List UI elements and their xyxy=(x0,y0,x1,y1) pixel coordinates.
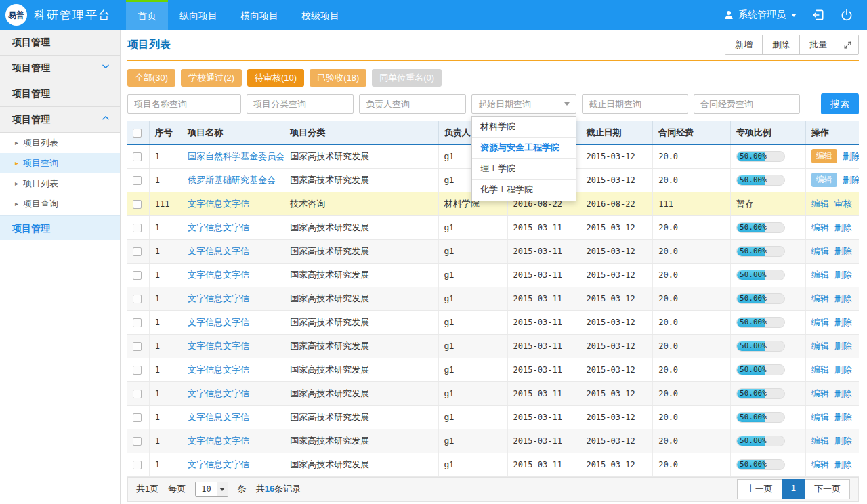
row-actions: 编辑删除 xyxy=(811,245,853,257)
delete-link[interactable]: 删除 xyxy=(843,174,859,186)
expand-icon[interactable] xyxy=(837,35,858,54)
edit-button[interactable]: 编辑 xyxy=(811,173,837,187)
edit-link[interactable]: 编辑 xyxy=(811,293,829,305)
exit-icon[interactable] xyxy=(811,8,825,22)
edit-link[interactable]: 编辑 xyxy=(811,316,829,329)
edit-link[interactable]: 编辑 xyxy=(811,245,829,257)
delete-link[interactable]: 删除 xyxy=(834,269,852,281)
filter-tab[interactable]: 已验收(18) xyxy=(310,69,366,87)
page-size-select[interactable]: 10 xyxy=(195,482,228,497)
row-checkbox[interactable] xyxy=(133,437,142,446)
project-name-link[interactable]: 文字信息文字信 xyxy=(188,436,249,446)
row-checkbox[interactable] xyxy=(133,413,142,422)
project-name-link[interactable]: 文字信息文字信 xyxy=(188,412,249,422)
dropdown-option[interactable]: 材料学院 xyxy=(472,117,576,138)
search-input[interactable] xyxy=(127,94,241,114)
project-name-link[interactable]: 文字信息文字信 xyxy=(188,270,249,280)
nav-tab[interactable]: 纵向项目 xyxy=(168,0,229,30)
nav-tab[interactable]: 首页 xyxy=(126,0,168,30)
search-button[interactable]: 搜索 xyxy=(821,93,859,114)
project-name-link[interactable]: 文字信息文字信 xyxy=(188,222,249,232)
search-input[interactable] xyxy=(359,94,466,114)
select-all-checkbox[interactable] xyxy=(133,129,142,138)
dropdown-option[interactable]: 理工学院 xyxy=(472,159,576,180)
sidebar-subitem[interactable]: ▸项目查询 xyxy=(0,194,120,214)
cell-end-date: 2015-03-12 xyxy=(580,263,653,287)
edit-link[interactable]: 编辑 xyxy=(811,198,829,210)
row-checkbox[interactable] xyxy=(133,461,142,469)
project-name-link[interactable]: 文字信息文字信 xyxy=(188,293,249,303)
project-name-link[interactable]: 国家自然科学基金委员会 xyxy=(188,151,284,161)
delete-link[interactable]: 删除 xyxy=(834,364,852,376)
cell-ratio: 50.00% xyxy=(731,168,806,192)
delete-link[interactable]: 删除 xyxy=(834,222,852,234)
toolbar-button[interactable]: 删除 xyxy=(763,35,800,54)
nav-tab[interactable]: 校级项目 xyxy=(290,0,351,30)
project-name-link[interactable]: 文字信息文字信 xyxy=(188,341,249,351)
project-name-link[interactable]: 文字信息文字信 xyxy=(188,246,249,256)
row-checkbox[interactable] xyxy=(133,152,142,161)
row-checkbox[interactable] xyxy=(133,247,142,256)
delete-link[interactable]: 删除 xyxy=(834,459,852,471)
row-checkbox[interactable] xyxy=(133,342,142,351)
row-checkbox[interactable] xyxy=(133,224,142,232)
audit-link[interactable]: 审核 xyxy=(834,198,852,210)
sidebar-item[interactable]: 项目管理 xyxy=(0,107,120,133)
filter-tab[interactable]: 全部(30) xyxy=(127,69,175,87)
edit-link[interactable]: 编辑 xyxy=(811,269,829,281)
dropdown-option[interactable]: 资源与安全工程学院 xyxy=(472,138,576,159)
current-page-button[interactable]: 1 xyxy=(782,479,805,499)
row-checkbox[interactable] xyxy=(133,318,142,327)
project-name-link[interactable]: 文字信息文字信 xyxy=(188,198,249,209)
sidebar-item[interactable]: 项目管理 xyxy=(0,81,120,107)
prev-page-button[interactable]: 上一页 xyxy=(737,479,782,499)
user-menu[interactable]: 系统管理员 xyxy=(723,9,797,21)
delete-link[interactable]: 删除 xyxy=(834,293,852,305)
project-name-link[interactable]: 文字信息文字信 xyxy=(188,388,249,398)
dropdown-option[interactable]: 化学工程学院 xyxy=(472,180,576,201)
edit-link[interactable]: 编辑 xyxy=(811,340,829,352)
edit-link[interactable]: 编辑 xyxy=(811,364,829,376)
page-size-caret-icon[interactable] xyxy=(217,482,228,496)
edit-link[interactable]: 编辑 xyxy=(811,411,829,423)
next-page-button[interactable]: 下一页 xyxy=(805,479,850,499)
search-input[interactable] xyxy=(694,94,800,114)
sidebar-subitem[interactable]: ▸项目列表 xyxy=(0,133,120,153)
sidebar-item[interactable]: 项目管理 xyxy=(0,56,120,81)
toolbar-button[interactable]: 批量 xyxy=(800,35,837,54)
row-checkbox[interactable] xyxy=(133,390,142,398)
delete-link[interactable]: 删除 xyxy=(834,340,852,352)
edit-button[interactable]: 编辑 xyxy=(811,149,837,163)
search-input[interactable] xyxy=(247,94,354,114)
edit-link[interactable]: 编辑 xyxy=(811,222,829,234)
sidebar-item[interactable]: 项目管理 xyxy=(0,30,120,56)
edit-link[interactable]: 编辑 xyxy=(811,435,829,447)
toolbar-button[interactable]: 新增 xyxy=(725,35,763,54)
delete-link[interactable]: 删除 xyxy=(834,245,852,257)
project-name-link[interactable]: 俄罗斯基础研究基金会 xyxy=(188,175,276,185)
sidebar-subitem[interactable]: ▸项目查询 xyxy=(0,153,120,173)
filter-tab[interactable]: 学校通过(2) xyxy=(181,69,242,87)
row-checkbox[interactable] xyxy=(133,271,142,280)
project-name-link[interactable]: 文字信息文字信 xyxy=(188,317,249,327)
sidebar-subitem[interactable]: ▸项目列表 xyxy=(0,173,120,194)
delete-link[interactable]: 删除 xyxy=(834,435,852,447)
power-icon[interactable] xyxy=(840,8,853,22)
row-checkbox[interactable] xyxy=(133,366,142,375)
row-checkbox[interactable] xyxy=(133,200,142,209)
sidebar-item-highlighted[interactable]: 项目管理 xyxy=(0,215,120,240)
project-name-link[interactable]: 文字信息文字信 xyxy=(188,459,249,469)
edit-link[interactable]: 编辑 xyxy=(811,387,829,400)
delete-link[interactable]: 删除 xyxy=(834,387,852,400)
delete-link[interactable]: 删除 xyxy=(843,150,859,163)
project-name-link[interactable]: 文字信息文字信 xyxy=(188,364,249,375)
row-checkbox[interactable] xyxy=(133,176,142,185)
delete-link[interactable]: 删除 xyxy=(834,411,852,423)
delete-link[interactable]: 删除 xyxy=(834,316,852,329)
filter-tab[interactable]: 待审核(10) xyxy=(247,69,304,87)
edit-link[interactable]: 编辑 xyxy=(811,459,829,471)
nav-tab[interactable]: 横向项目 xyxy=(229,0,290,30)
search-input[interactable] xyxy=(582,94,688,114)
row-checkbox[interactable] xyxy=(133,295,142,303)
date-select[interactable]: 起始日期查询 xyxy=(471,94,576,114)
